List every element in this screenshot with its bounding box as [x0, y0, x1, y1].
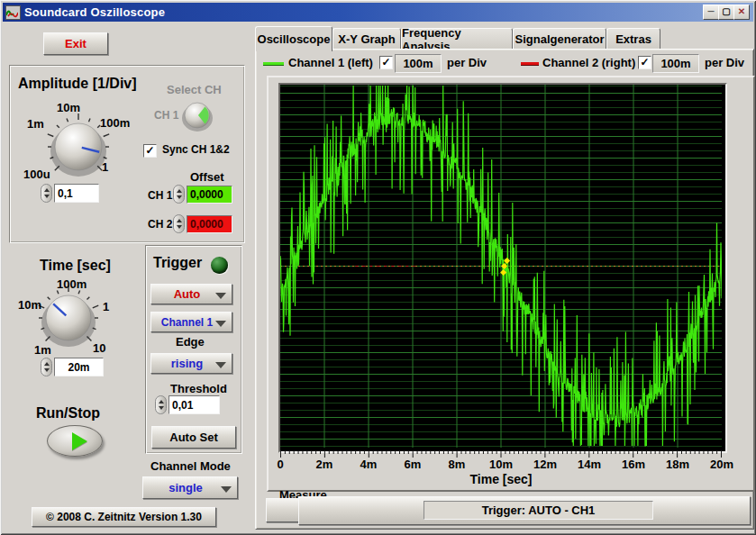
x-tick-label: 4m [360, 458, 378, 471]
x-tick-label: 18m [666, 458, 689, 471]
select-ch-label: Select CH [167, 83, 222, 96]
x-tick-label: 10m [489, 458, 513, 471]
channel1-visible-checkbox[interactable]: ✓ [379, 56, 393, 69]
title-bar[interactable]: Soundcard Oszilloscope [3, 3, 753, 22]
oscilloscope-plot [278, 83, 727, 453]
x-tick-label: 14m [578, 458, 601, 471]
sync-label: Sync CH 1&2 [162, 143, 230, 156]
channel2-color-swatch [521, 62, 539, 65]
select-ch-channel-label: CH 1 [154, 109, 178, 122]
trigger-source-dropdown[interactable]: Channel 1 [150, 312, 232, 332]
trigger-edge-dropdown[interactable]: rising [150, 353, 232, 374]
minimize-button[interactable]: ─ [703, 5, 719, 20]
x-tick-label: 6m [405, 458, 422, 471]
amplitude-scale-10m: 10m [57, 101, 80, 114]
channel2-per-div-label: per Div [705, 56, 744, 69]
channel2-legend-label: Channel 2 (right) [542, 56, 635, 69]
channel-mode-dropdown[interactable]: single [142, 476, 238, 499]
tab-frequency-analysis[interactable]: Frequency Analysis [401, 28, 513, 50]
offset-ch2-spinner[interactable] [173, 214, 185, 233]
time-spinner[interactable] [41, 358, 52, 376]
tab-extras[interactable]: Extras [606, 28, 660, 50]
channel2-visible-checkbox[interactable]: ✓ [638, 56, 651, 69]
tab-xy-graph[interactable]: X-Y Graph [332, 28, 401, 50]
select-ch-knob[interactable] [178, 97, 217, 135]
copyright-bar: © 2008 C. Zeitnitz Version 1.30 [32, 507, 216, 527]
channel-mode-label: Channel Mode [150, 459, 231, 473]
trigger-mode-dropdown[interactable]: Auto [150, 284, 232, 304]
sync-checkbox[interactable]: ✓ [143, 144, 157, 158]
x-tick-label: 2m [316, 458, 333, 471]
edge-label: Edge [176, 335, 205, 349]
run-stop-button[interactable] [47, 425, 103, 457]
offset-ch1-field[interactable]: 0,0000 [187, 186, 232, 204]
channel1-legend-label: Channel 1 (left) [288, 56, 373, 69]
channel2-per-div-value[interactable]: 100m [652, 54, 699, 73]
x-tick-label: 8m [449, 458, 466, 471]
maximize-button[interactable]: ▢ [718, 5, 734, 20]
offset-ch1-label: CH 1 [148, 189, 172, 202]
time-scale-1m: 1m [34, 343, 51, 357]
app-window: Soundcard Oszilloscope ─ ▢ ✕ Exit Amplit… [0, 0, 756, 535]
dropdown-arrow-icon [221, 486, 232, 493]
amplitude-value-field[interactable] [54, 184, 99, 203]
close-icon: ✕ [738, 6, 745, 16]
amplitude-title: Amplitude [1/Div] [18, 76, 137, 92]
auto-set-button[interactable]: Auto Set [151, 426, 236, 449]
offset-ch1-spinner[interactable] [173, 185, 185, 204]
dropdown-arrow-icon [215, 362, 226, 368]
trigger-panel [145, 245, 242, 454]
amplitude-scale-100u: 100u [23, 168, 50, 181]
amplitude-spinner[interactable] [41, 184, 52, 203]
app-logo-icon [5, 5, 21, 20]
offset-title: Offset [190, 170, 224, 184]
time-scale-100m: 100m [57, 277, 87, 291]
window-title: Soundcard Oszilloscope [24, 5, 165, 19]
play-icon [72, 432, 87, 450]
offset-ch2-field[interactable]: 0,0000 [187, 215, 232, 233]
amplitude-scale-1m: 1m [27, 117, 44, 131]
x-axis-title: Time [sec] [280, 472, 722, 486]
x-tick-label: 12m [533, 458, 557, 471]
channel1-per-div-value[interactable]: 100m [395, 54, 442, 73]
run-stop-label: Run/Stop [36, 405, 100, 422]
time-scale-1: 1 [103, 300, 109, 313]
amplitude-scale-1: 1 [102, 160, 108, 174]
exit-button[interactable]: Exit [43, 32, 108, 55]
threshold-field[interactable] [169, 395, 220, 414]
trigger-status-text: Trigger: AUTO - CH1 [424, 501, 653, 520]
minimize-icon: ─ [707, 6, 714, 16]
x-tick-label: 0 [277, 458, 283, 471]
time-scale-10m: 10m [18, 298, 41, 312]
x-tick-label: 20m [710, 458, 733, 471]
amplitude-scale-100m: 100m [100, 116, 130, 130]
maximize-icon: ▢ [722, 6, 730, 16]
close-button[interactable]: ✕ [733, 5, 750, 20]
time-scale-10: 10 [93, 341, 105, 355]
channel1-per-div-label: per Div [447, 56, 487, 69]
dropdown-arrow-icon [215, 321, 226, 327]
waveform-svg [280, 85, 722, 448]
channel1-color-swatch [263, 62, 284, 65]
threshold-label: Threshold [170, 382, 227, 395]
x-tick-label: 16m [622, 458, 645, 471]
dropdown-arrow-icon [215, 293, 226, 299]
trigger-title: Trigger [153, 255, 202, 271]
time-value-field[interactable] [54, 358, 104, 376]
threshold-spinner[interactable] [155, 395, 167, 414]
x-axis-tick-labels: 02m4m6m8m10m12m14m16m18m20m [280, 458, 722, 472]
tab-signalgenerator[interactable]: Signalgenerator [513, 28, 606, 50]
trigger-led [211, 257, 228, 274]
offset-ch2-label: CH 2 [148, 218, 172, 231]
tab-oscilloscope[interactable]: Oscilloscope [255, 26, 332, 51]
